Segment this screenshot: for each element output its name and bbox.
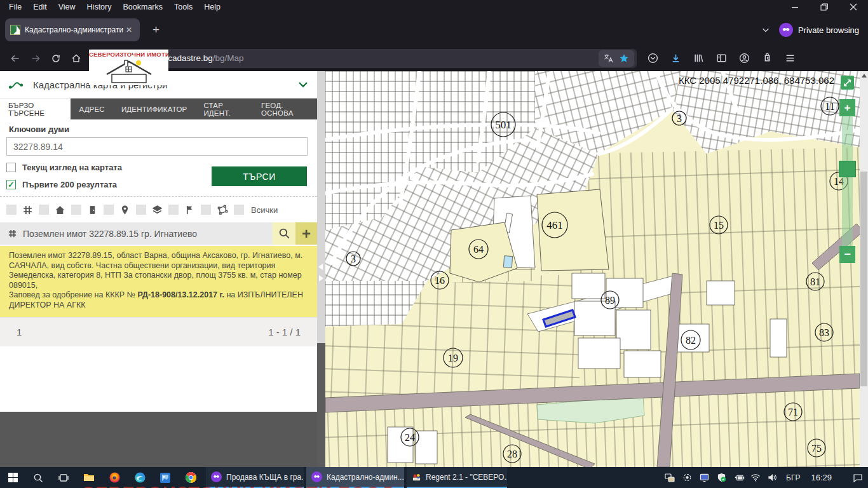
url-bar[interactable]: https://kais.cadastre.bg/bg/Map <box>89 49 637 68</box>
close-button[interactable] <box>839 0 868 14</box>
menu-help[interactable]: Help <box>199 1 226 13</box>
wifi-tray-icon[interactable] <box>749 473 762 482</box>
svg-text:15: 15 <box>714 220 724 231</box>
map-pin-icon[interactable] <box>119 205 130 215</box>
taskbar-window-regent[interactable]: Regent 2.1 - "СЕВЕРО... <box>407 467 507 488</box>
page-number[interactable]: 1 <box>17 327 22 337</box>
battery-tray-icon[interactable] <box>732 474 745 482</box>
grid-parcel-icon[interactable] <box>22 205 33 215</box>
taskbar-search-icon[interactable] <box>25 467 51 488</box>
action-center-icon[interactable] <box>851 473 864 482</box>
menu-bookmarks[interactable]: Bookmarks <box>118 1 168 13</box>
filter-checkbox-all[interactable] <box>234 205 244 215</box>
restore-button[interactable] <box>810 0 839 14</box>
zoom-slider-track[interactable] <box>842 116 853 246</box>
agency-logo-title: СЕВЕРОИЗТОЧНИ ИМОТИ <box>89 50 168 58</box>
start-button[interactable] <box>0 467 25 488</box>
browser-titlebar: File Edit View History Bookmarks Tools H… <box>0 0 868 14</box>
translate-icon[interactable] <box>604 53 614 64</box>
extensions-icon[interactable] <box>757 49 777 68</box>
forward-icon[interactable] <box>25 49 46 68</box>
blue-parcel <box>503 256 512 268</box>
display-tray-icon[interactable] <box>698 473 710 482</box>
map-scrollbar[interactable] <box>860 71 868 467</box>
security-shield-tray-icon[interactable] <box>715 473 728 482</box>
panel-empty-area <box>0 412 317 467</box>
svg-text:82: 82 <box>686 335 696 346</box>
menu-view[interactable]: View <box>53 1 81 13</box>
back-icon[interactable] <box>5 49 25 68</box>
browser-tab[interactable]: Кадастрално-административн ✕ <box>5 18 140 41</box>
zoom-out-button[interactable]: − <box>839 246 855 263</box>
building-door-icon[interactable] <box>87 205 98 215</box>
keywords-input[interactable] <box>6 137 308 156</box>
filter-checkbox[interactable] <box>168 205 179 215</box>
collapse-left-icon[interactable] <box>318 264 323 270</box>
grid-parcel-icon <box>8 229 17 238</box>
scroll-up-arrow-icon[interactable] <box>862 74 867 78</box>
private-mask-icon <box>211 471 222 482</box>
expand-right-icon[interactable] <box>319 275 323 281</box>
result-add-button[interactable]: + <box>295 222 317 245</box>
flag-icon[interactable] <box>184 205 195 215</box>
result-row[interactable]: Поземлен имот 32278.89.15 гр. Игнатиево … <box>0 222 317 245</box>
account-icon[interactable] <box>735 49 754 68</box>
pocket-icon[interactable] <box>643 49 663 68</box>
tab-address[interactable]: АДРЕС <box>71 98 113 119</box>
map-canvas[interactable]: 501311461641514316818982831971242875 <box>325 71 860 467</box>
volume-tray-icon[interactable] <box>766 473 779 482</box>
menu-tools[interactable]: Tools <box>169 1 198 13</box>
tab-quick-search[interactable]: БЪРЗО ТЪРСЕНЕ <box>0 98 71 119</box>
bookmark-star-icon[interactable] <box>619 53 629 64</box>
filter-checkbox[interactable] <box>6 205 17 215</box>
task-view-icon[interactable] <box>51 467 76 488</box>
first200-checkbox[interactable]: ✓ <box>6 180 16 189</box>
filter-checkbox[interactable] <box>104 205 114 215</box>
menu-edit[interactable]: Edit <box>28 1 52 13</box>
result-locate-button[interactable] <box>273 222 295 245</box>
menu-hamburger-icon[interactable] <box>780 49 800 68</box>
filter-checkbox[interactable] <box>71 205 81 215</box>
search-button[interactable]: ТЪРСИ <box>212 166 307 186</box>
panel-collapse-chevron-icon[interactable] <box>298 80 308 89</box>
remote-windows-tray-icon[interactable] <box>663 473 676 482</box>
svg-text:71: 71 <box>788 407 798 417</box>
tab-old-ident[interactable]: СТАР ИДЕНТ. <box>195 98 253 119</box>
cadastral-map[interactable]: 501311461641514316818982831971242875 ККС… <box>325 71 860 467</box>
tab-geod-basis[interactable]: ГЕОД. ОСНОВА <box>253 98 317 119</box>
svg-text:81: 81 <box>810 276 820 287</box>
tab-identifier[interactable]: ИДЕНТИФИКАТОР <box>113 98 196 119</box>
taskbar-clock[interactable]: 16:29 <box>807 473 836 482</box>
layers-icon[interactable] <box>152 205 163 215</box>
zoom-in-button[interactable]: + <box>839 99 855 116</box>
keywords-label: Ключови думи <box>9 125 69 134</box>
sidebar-icon[interactable] <box>712 49 731 68</box>
sync-tray-icon[interactable] <box>681 473 693 482</box>
current-view-checkbox[interactable] <box>6 163 16 172</box>
agency-watermark: СЕВЕРОИЗТОЧНИ ИМОТИ ЕООД <box>81 483 395 488</box>
library-icon[interactable] <box>689 49 709 68</box>
menu-history[interactable]: History <box>82 1 117 13</box>
list-tabs-chevron-icon[interactable] <box>761 25 770 34</box>
downloads-icon[interactable] <box>666 49 686 68</box>
panel-splitter[interactable] <box>317 71 325 467</box>
new-tab-button[interactable]: + <box>147 23 165 37</box>
svg-text:19: 19 <box>448 353 458 363</box>
filter-checkbox[interactable] <box>136 205 146 215</box>
tab-close-icon[interactable]: ✕ <box>123 24 135 36</box>
filter-checkbox[interactable] <box>39 205 49 215</box>
zoom-slider-handle[interactable] <box>839 161 856 177</box>
fullscreen-button[interactable] <box>841 76 854 90</box>
keyboard-language-indicator[interactable]: БГР <box>783 473 803 482</box>
polygon-icon[interactable] <box>217 205 228 215</box>
home-icon[interactable] <box>66 49 86 68</box>
scrollbar-thumb[interactable] <box>860 172 867 386</box>
minimize-button[interactable] <box>780 0 810 14</box>
private-mask-icon <box>311 471 322 482</box>
filter-checkbox[interactable] <box>201 205 211 215</box>
house-icon[interactable] <box>55 205 65 215</box>
result-title: Поземлен имот 32278.89.15 гр. Игнатиево <box>23 229 197 239</box>
menu-file[interactable]: File <box>4 1 27 13</box>
svg-text:89: 89 <box>605 295 615 306</box>
reload-icon[interactable] <box>46 49 66 68</box>
